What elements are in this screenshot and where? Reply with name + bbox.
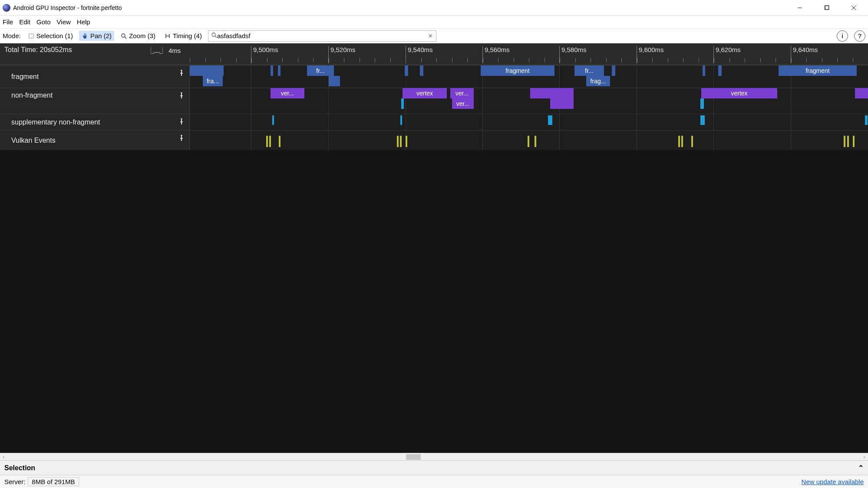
help-button[interactable]: ? (854, 30, 865, 42)
timeline-event[interactable]: frag... (586, 76, 610, 86)
track-name: fragment (11, 73, 39, 81)
timeline-event[interactable]: fragment (481, 66, 554, 76)
timeline-event[interactable] (847, 136, 849, 147)
timeline-event[interactable] (401, 98, 404, 109)
timeline-event[interactable]: fr... (307, 66, 334, 76)
timeline-event[interactable] (844, 136, 845, 147)
timeline-event[interactable] (279, 136, 281, 147)
mode-timing-button[interactable]: Timing (4) (162, 31, 205, 41)
timeline-event[interactable] (400, 115, 402, 125)
menu-edit[interactable]: Edit (19, 18, 30, 26)
timeline-event[interactable]: vertex (701, 88, 777, 98)
pin-icon[interactable] (179, 135, 184, 142)
timeline-event[interactable] (269, 136, 271, 147)
track-header[interactable]: non-fragment (0, 88, 190, 114)
menu-help[interactable]: Help (77, 18, 90, 26)
track-row[interactable]: fragmentfra...fr...fragmentfr...frag...f… (0, 65, 868, 88)
timeline-event[interactable] (271, 66, 273, 76)
track-name: supplementary non-fragment (11, 118, 100, 126)
pin-icon[interactable] (179, 118, 184, 126)
timeline-event[interactable]: ver... (452, 98, 474, 109)
track-row[interactable]: Vulkan Events (0, 130, 868, 150)
timeline-event[interactable] (612, 66, 615, 76)
window-close-button[interactable] (840, 0, 867, 16)
track-body[interactable] (190, 131, 868, 150)
timeline-event[interactable] (272, 115, 274, 125)
ruler-tick: 9,520ms (328, 46, 356, 63)
timeline-event[interactable] (420, 66, 423, 76)
timeline-event[interactable] (397, 136, 399, 147)
timeline-event[interactable] (700, 115, 705, 125)
tracks[interactable]: fragmentfra...fr...fragmentfr...frag...f… (0, 65, 868, 453)
search-input[interactable] (217, 32, 427, 39)
timeline-event[interactable] (853, 136, 855, 147)
search-box[interactable]: × (208, 30, 436, 42)
menu-file[interactable]: File (3, 18, 13, 26)
track-body[interactable] (190, 114, 868, 130)
timeline-event[interactable]: fr... (574, 66, 604, 76)
update-link[interactable]: New update available (802, 478, 864, 485)
timeline-event[interactable] (691, 136, 693, 147)
timeline-event[interactable]: ver... (271, 88, 304, 98)
mode-zoom-button[interactable]: Zoom (3) (118, 31, 158, 41)
svg-rect-1 (825, 6, 828, 10)
ruler-tick: 9,540ms (406, 46, 433, 63)
horizontal-scrollbar[interactable]: ‹ › (0, 453, 868, 460)
timeline-event[interactable] (855, 88, 868, 98)
timeline-event[interactable] (865, 115, 868, 125)
timeline-event[interactable]: fra... (203, 76, 223, 86)
selection-panel-header[interactable]: Selection ⌃ (0, 460, 868, 475)
timeline-event[interactable] (703, 66, 705, 76)
timeline-event[interactable] (278, 66, 281, 76)
track-header[interactable]: supplementary non-fragment (0, 114, 190, 130)
ruler-tick: 9,620ms (713, 46, 741, 63)
window-minimize-button[interactable] (786, 0, 813, 16)
menu-view[interactable]: View (57, 18, 71, 26)
search-icon (211, 32, 217, 39)
timeline[interactable]: Total Time: 20s052ms ⎿⎽⎽⏌ 4ms 9,500ms9,5… (0, 43, 868, 453)
pin-icon[interactable] (179, 70, 184, 77)
timeline-event[interactable] (190, 66, 224, 76)
scroll-left-icon[interactable]: ‹ (0, 453, 7, 461)
timeline-event[interactable] (678, 136, 680, 147)
timeline-event[interactable]: fragment (779, 66, 857, 76)
track-header[interactable]: Vulkan Events (0, 131, 190, 150)
track-row[interactable]: supplementary non-fragment (0, 114, 868, 130)
timeline-event[interactable]: vertex (403, 88, 447, 98)
timeline-event[interactable] (406, 136, 407, 147)
timeline-event[interactable]: ver... (450, 88, 474, 98)
track-header[interactable]: fragment (0, 66, 190, 88)
timeline-event[interactable] (329, 76, 340, 86)
timeline-event[interactable] (535, 136, 536, 147)
timeline-ruler[interactable]: Total Time: 20s052ms ⎿⎽⎽⏌ 4ms 9,500ms9,5… (0, 43, 868, 65)
timeline-event[interactable] (528, 136, 529, 147)
timeline-event[interactable] (700, 98, 704, 109)
timeline-event[interactable] (718, 66, 722, 76)
timeline-event[interactable] (405, 66, 408, 76)
toolbar: Mode: Selection (1) Pan (2) Zoom (3) Tim… (0, 29, 868, 43)
track-body[interactable]: fra...fr...fragmentfr...frag...fragment (190, 66, 868, 88)
menu-goto[interactable]: Goto (36, 18, 51, 26)
mode-selection-button[interactable]: Selection (1) (25, 31, 76, 41)
window-maximize-button[interactable] (813, 0, 840, 16)
hand-icon (82, 33, 89, 39)
timeline-event[interactable] (548, 115, 552, 125)
timeline-event[interactable] (400, 136, 402, 147)
scroll-right-icon[interactable]: › (861, 453, 868, 461)
pin-icon[interactable] (179, 92, 184, 100)
ruler-tick: 9,600ms (637, 46, 664, 63)
timeline-event[interactable] (266, 136, 268, 147)
window-titlebar: Android GPU Inspector - fortnite.perfett… (0, 0, 868, 16)
timing-icon (164, 33, 171, 39)
timeline-event[interactable] (681, 136, 683, 147)
timeline-event[interactable] (550, 98, 574, 109)
ruler-tick: 9,560ms (482, 46, 510, 63)
clear-search-icon[interactable]: × (427, 32, 434, 40)
scroll-thumb[interactable] (406, 454, 421, 460)
timeline-event[interactable] (530, 88, 574, 98)
info-button[interactable]: i (837, 30, 848, 42)
track-body[interactable]: ver...vertexver...ver...vertex (190, 88, 868, 114)
expand-icon[interactable]: ⌃ (858, 464, 864, 472)
mode-pan-button[interactable]: Pan (2) (79, 31, 114, 41)
track-row[interactable]: non-fragmentver...vertexver...ver...vert… (0, 88, 868, 114)
